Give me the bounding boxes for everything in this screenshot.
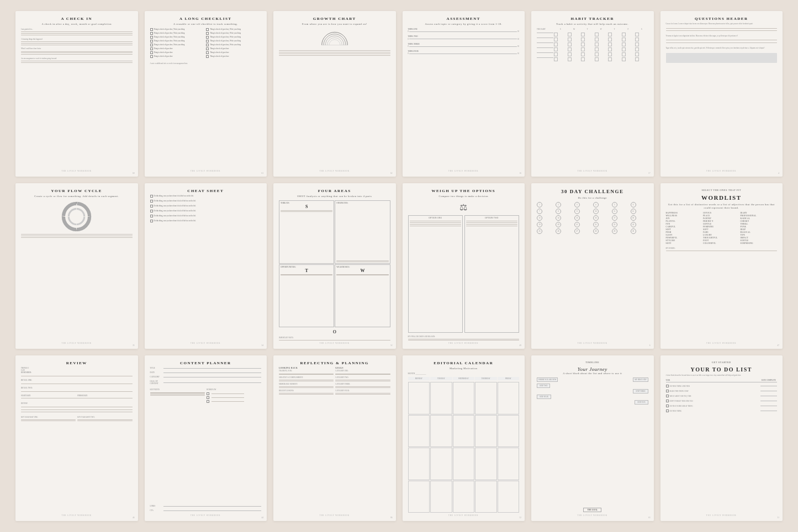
card-footer: The Lively Workbook — [320, 514, 350, 517]
main-grid: A Check In A check in after a day, week,… — [0, 0, 798, 532]
card-body: HAPPINESS WELLNESS JOY PLAYFUL FUN CAREF… — [666, 212, 778, 341]
card-footer: The Lively Workbook — [62, 514, 92, 517]
card-questions-header[interactable]: Questions Header Cras ac leo lorem. Lore… — [660, 11, 783, 177]
card-title: Content Planner — [180, 361, 231, 365]
card-footer: The Lively Workbook — [62, 170, 92, 172]
card-your-journey[interactable]: TIMELINE Your Journey A short blurb abou… — [531, 355, 654, 521]
card-growth-chart[interactable]: Growth Chart From where you are to how y… — [273, 11, 396, 177]
card-footer: The Lively Workbook — [578, 342, 607, 344]
card-body: THREATS: S STRENGTHS: OPPORTUNITIES: T — [279, 200, 390, 341]
card-footer: The Lively Workbook — [191, 514, 220, 517]
page-number: 46 — [133, 517, 135, 519]
card-title: Your Flow Cycle — [51, 189, 102, 193]
card-footer: The Lively Workbook — [320, 170, 350, 172]
card-subtitle: A short blurb about the list and where t… — [563, 372, 622, 375]
card-subtitle: A reusable or one-off checklist to track… — [173, 23, 238, 26]
card-footer: The Lively Workbook — [578, 514, 607, 517]
card-subtitle: From where you are to how you want to ex… — [302, 23, 367, 26]
card-footer: The Lively Workbook — [62, 342, 92, 344]
card-footer: The Lively Workbook — [448, 514, 478, 517]
card-subtitle: Compare two things to make a decision — [438, 195, 488, 198]
card-title: Review — [66, 361, 87, 365]
card-footer: You Lively Workbook — [706, 514, 737, 517]
card-body: Thing to check off goes here, Write your… — [150, 28, 262, 168]
card-title: Habit Tracker — [570, 17, 614, 21]
card-check-in[interactable]: A Check In A check in after a day, week,… — [15, 11, 138, 177]
card-body: MONTH ___________ MONDAY TUESDAY WEDNESD… — [408, 373, 520, 513]
page-number: 16 — [520, 172, 522, 174]
page-number: 86 — [390, 517, 393, 519]
card-get-started-label: GET STARTED — [712, 361, 731, 364]
card-title: Your Journey — [578, 366, 607, 372]
card-assessment[interactable]: Assessment Assess each topic or category… — [403, 11, 525, 177]
card-footer: The Lively Workbook — [191, 342, 220, 344]
page-number: 63 — [648, 517, 651, 519]
card-footer: The Lively Workbook — [448, 342, 478, 344]
card-four-areas[interactable]: Four Areas SWOT Analysis or anything tha… — [273, 183, 396, 349]
card-title: Four Areas — [318, 189, 351, 193]
page-number: 34 — [262, 344, 264, 347]
card-title: A Check In — [61, 17, 92, 21]
card-long-checklist[interactable]: A Long Checklist A reusable or one-off c… — [145, 11, 267, 177]
card-title: Growth Chart — [313, 17, 356, 21]
page-number: 4 — [778, 172, 779, 174]
card-wordlist[interactable]: SELECT THE ONES THAT FIT Wordlist Got th… — [660, 183, 783, 349]
svg-text:1.: 1. — [88, 216, 90, 218]
card-body: THINGS I CAN REMEMBER: DETAIL ONE: DETAI… — [21, 367, 133, 513]
card-subtitle: SWOT Analysis or anything that can be br… — [297, 195, 372, 198]
page-number: 62 — [390, 172, 393, 174]
card-title: 30 Day Challenge — [561, 189, 623, 195]
card-your-to-do-list[interactable]: GET STARTED YOUR TO DO LIST A short blur… — [660, 355, 783, 521]
card-habit-tracker[interactable]: Habit Tracker Track a habit or activity … — [531, 11, 654, 177]
card-cheat-sheet[interactable]: Cheat Sheet Do this thing, once you have… — [145, 183, 267, 349]
card-title: Questions Header — [695, 17, 748, 21]
page-number: 52 — [520, 517, 522, 519]
card-body: 4. 1. 3. 2. — [21, 200, 133, 341]
card-title: Weigh Up The Options — [431, 189, 495, 193]
page-number: 60 — [133, 172, 135, 174]
card-weigh-options[interactable]: Weigh Up The Options Compare two things … — [403, 183, 525, 349]
card-footer: The Lively Workbook — [706, 170, 736, 172]
card-subtitle: A check in after a day, week, month or g… — [41, 23, 112, 26]
card-flow-cycle[interactable]: Your Flow Cycle Create a cycle or flow f… — [15, 183, 138, 349]
page-number: 35 — [133, 344, 135, 347]
card-body: A short blurb about the list and where t… — [666, 374, 778, 513]
card-footer: The Lively Workbook — [578, 170, 607, 172]
card-subtitle: Create a cycle or flow for something. Ad… — [34, 195, 119, 198]
card-subtitle: Do this for a challenge — [578, 196, 607, 200]
card-title: Assessment — [447, 17, 480, 21]
page-number: 52 — [390, 344, 393, 347]
card-timeline-label: TIMELINE — [585, 361, 599, 364]
card-footer: The Lively Workbook — [448, 170, 478, 172]
card-30-day-challenge[interactable]: 30 Day Challenge Do this for a challenge… — [531, 183, 654, 349]
page-number: 31 — [778, 517, 780, 519]
card-title: Wordlist — [701, 194, 742, 201]
card-editorial-calendar[interactable]: Editorial Calendar Marketing Motivation … — [403, 355, 525, 521]
card-title: A Long Checklist — [179, 17, 231, 21]
card-reflecting-planning[interactable]: Reflecting & Planning LOOKING BACK THANK… — [273, 355, 396, 521]
page-number: 61 — [262, 172, 264, 174]
card-review[interactable]: Review THINGS I CAN REMEMBER: DETAIL ONE… — [15, 355, 138, 521]
cycle-svg: 4. 1. 3. 2. — [61, 201, 92, 232]
card-subtitle: Marketing Motivation — [450, 367, 477, 370]
card-footer: The Lively Workbook — [191, 170, 220, 172]
card-body: I am grateful for... 3 Amazing things th… — [21, 28, 133, 168]
card-desc: Got this for a list of distinctive words… — [666, 203, 778, 210]
card-subtitle: Assess each topic or category by giving … — [425, 23, 502, 26]
card-select-label: SELECT THE ONES THAT FIT — [702, 189, 741, 192]
scale-icon: ⚖ — [408, 202, 520, 212]
card-content-planner[interactable]: Content Planner TITLE DATE CATEGORY GOAL… — [145, 355, 267, 521]
card-body: ⚖ OPTION ONE OPTION TWO MY — [408, 200, 520, 341]
card-body: Do this thing, once you have done it tic… — [150, 195, 262, 341]
rainbow-svg — [318, 30, 351, 47]
card-body: TITLE DATE CATEGORY GOAL OF CONTENT KEY … — [150, 367, 262, 513]
page-number: 44 — [262, 517, 264, 519]
card-body: Cras ac leo lorem. Lorem volutpat vitae … — [666, 23, 778, 168]
card-body: THE HABIT S M T W T F S for(let i=0;i<6;… — [537, 28, 648, 168]
card-footer: The Lively Workbook — [320, 342, 350, 344]
card-body: LOOKING BACK THANKFUL FOR: GREATEST ACCO… — [279, 367, 390, 513]
card-title: YOUR TO DO LIST — [691, 366, 752, 373]
page-number: 17 — [648, 172, 651, 174]
card-title: Cheat Sheet — [187, 189, 224, 193]
card-body: THING ONE 0 10 THING TWO 0 10 THING THRE… — [408, 28, 520, 168]
